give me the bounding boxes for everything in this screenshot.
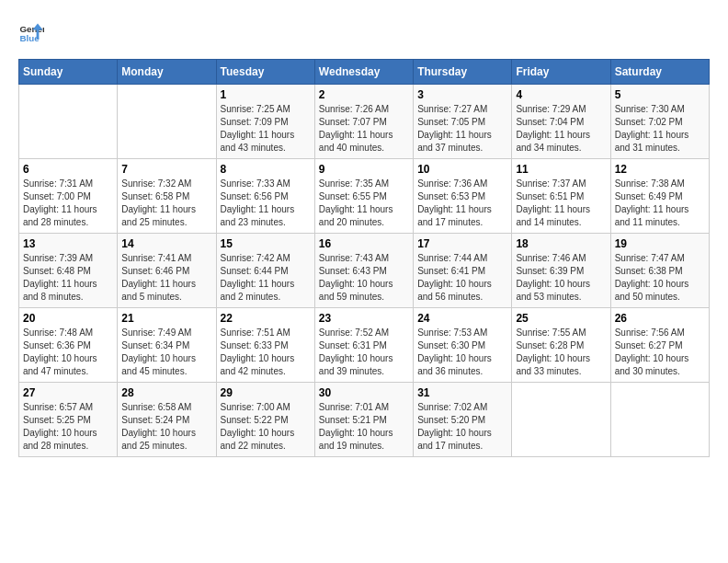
day-number: 30 (319, 386, 409, 399)
calendar-cell: 12Sunrise: 7:38 AM Sunset: 6:49 PM Dayli… (610, 159, 709, 234)
calendar-cell: 1Sunrise: 7:25 AM Sunset: 7:09 PM Daylig… (216, 85, 314, 159)
weekday-header-sunday: Sunday (19, 60, 118, 85)
day-info: Sunrise: 7:25 AM Sunset: 7:09 PM Dayligh… (221, 103, 311, 155)
calendar-cell: 23Sunrise: 7:52 AM Sunset: 6:31 PM Dayli… (314, 308, 413, 383)
calendar-cell: 22Sunrise: 7:51 AM Sunset: 6:33 PM Dayli… (216, 308, 314, 383)
day-number: 28 (121, 386, 211, 399)
day-info: Sunrise: 7:38 AM Sunset: 6:49 PM Dayligh… (615, 178, 705, 229)
day-info: Sunrise: 7:39 AM Sunset: 6:48 PM Dayligh… (23, 252, 113, 304)
calendar-cell: 28Sunrise: 6:58 AM Sunset: 5:24 PM Dayli… (118, 383, 216, 457)
day-number: 31 (417, 386, 507, 399)
day-info: Sunrise: 6:57 AM Sunset: 5:25 PM Dayligh… (23, 401, 113, 453)
calendar-cell: 26Sunrise: 7:56 AM Sunset: 6:27 PM Dayli… (610, 308, 709, 383)
day-info: Sunrise: 7:36 AM Sunset: 6:53 PM Dayligh… (417, 178, 507, 229)
calendar-cell: 13Sunrise: 7:39 AM Sunset: 6:48 PM Dayli… (19, 234, 118, 308)
day-number: 2 (319, 88, 409, 101)
calendar-cell: 27Sunrise: 6:57 AM Sunset: 5:25 PM Dayli… (19, 383, 118, 457)
day-info: Sunrise: 7:41 AM Sunset: 6:46 PM Dayligh… (121, 252, 211, 304)
calendar-cell (610, 383, 709, 457)
day-number: 21 (121, 312, 211, 325)
calendar-cell: 15Sunrise: 7:42 AM Sunset: 6:44 PM Dayli… (216, 234, 314, 308)
weekday-header-saturday: Saturday (610, 60, 709, 85)
calendar-cell: 29Sunrise: 7:00 AM Sunset: 5:22 PM Dayli… (216, 383, 314, 457)
day-info: Sunrise: 7:51 AM Sunset: 6:33 PM Dayligh… (221, 327, 311, 378)
day-info: Sunrise: 7:47 AM Sunset: 6:38 PM Dayligh… (615, 252, 705, 304)
day-number: 20 (23, 312, 113, 325)
day-info: Sunrise: 7:01 AM Sunset: 5:21 PM Dayligh… (319, 401, 409, 453)
day-number: 3 (417, 88, 507, 101)
day-number: 7 (121, 163, 211, 176)
day-number: 25 (516, 312, 606, 325)
weekday-header-tuesday: Tuesday (216, 60, 314, 85)
calendar-cell: 3Sunrise: 7:27 AM Sunset: 7:05 PM Daylig… (414, 85, 512, 159)
day-info: Sunrise: 7:35 AM Sunset: 6:55 PM Dayligh… (319, 178, 409, 229)
calendar-cell: 18Sunrise: 7:46 AM Sunset: 6:39 PM Dayli… (512, 234, 610, 308)
day-info: Sunrise: 7:33 AM Sunset: 6:56 PM Dayligh… (221, 178, 311, 229)
day-number: 17 (417, 237, 507, 250)
day-number: 11 (516, 163, 606, 176)
weekday-header-thursday: Thursday (414, 60, 512, 85)
calendar-cell: 30Sunrise: 7:01 AM Sunset: 5:21 PM Dayli… (314, 383, 413, 457)
week-row-4: 27Sunrise: 6:57 AM Sunset: 5:25 PM Dayli… (19, 383, 710, 457)
calendar-cell: 2Sunrise: 7:26 AM Sunset: 7:07 PM Daylig… (314, 85, 413, 159)
logo-icon: General Blue (18, 18, 44, 44)
weekday-header-friday: Friday (512, 60, 610, 85)
day-info: Sunrise: 7:02 AM Sunset: 5:20 PM Dayligh… (417, 401, 507, 453)
day-number: 6 (23, 163, 113, 176)
day-info: Sunrise: 7:29 AM Sunset: 7:04 PM Dayligh… (516, 103, 606, 155)
day-number: 22 (221, 312, 311, 325)
day-number: 16 (319, 237, 409, 250)
day-info: Sunrise: 7:42 AM Sunset: 6:44 PM Dayligh… (221, 252, 311, 304)
day-number: 26 (615, 312, 705, 325)
calendar-cell: 24Sunrise: 7:53 AM Sunset: 6:30 PM Dayli… (414, 308, 512, 383)
day-info: Sunrise: 7:49 AM Sunset: 6:34 PM Dayligh… (121, 327, 211, 378)
weekday-header-row: SundayMondayTuesdayWednesdayThursdayFrid… (19, 60, 710, 85)
calendar-cell: 16Sunrise: 7:43 AM Sunset: 6:43 PM Dayli… (314, 234, 413, 308)
day-number: 18 (516, 237, 606, 250)
calendar-cell: 20Sunrise: 7:48 AM Sunset: 6:36 PM Dayli… (19, 308, 118, 383)
calendar-cell: 21Sunrise: 7:49 AM Sunset: 6:34 PM Dayli… (118, 308, 216, 383)
day-info: Sunrise: 7:31 AM Sunset: 7:00 PM Dayligh… (23, 178, 113, 229)
day-number: 13 (23, 237, 113, 250)
day-info: Sunrise: 7:55 AM Sunset: 6:28 PM Dayligh… (516, 327, 606, 378)
calendar-cell (19, 85, 118, 159)
calendar-cell: 25Sunrise: 7:55 AM Sunset: 6:28 PM Dayli… (512, 308, 610, 383)
day-number: 5 (615, 88, 705, 101)
calendar-cell: 4Sunrise: 7:29 AM Sunset: 7:04 PM Daylig… (512, 85, 610, 159)
calendar-cell: 5Sunrise: 7:30 AM Sunset: 7:02 PM Daylig… (610, 85, 709, 159)
day-number: 15 (221, 237, 311, 250)
day-info: Sunrise: 7:48 AM Sunset: 6:36 PM Dayligh… (23, 327, 113, 378)
logo: General Blue (18, 18, 48, 44)
weekday-header-wednesday: Wednesday (314, 60, 413, 85)
calendar-cell: 8Sunrise: 7:33 AM Sunset: 6:56 PM Daylig… (216, 159, 314, 234)
day-info: Sunrise: 7:44 AM Sunset: 6:41 PM Dayligh… (417, 252, 507, 304)
calendar-cell: 9Sunrise: 7:35 AM Sunset: 6:55 PM Daylig… (314, 159, 413, 234)
day-info: Sunrise: 7:53 AM Sunset: 6:30 PM Dayligh… (417, 327, 507, 378)
weekday-header-monday: Monday (118, 60, 216, 85)
calendar-cell: 10Sunrise: 7:36 AM Sunset: 6:53 PM Dayli… (414, 159, 512, 234)
day-info: Sunrise: 7:32 AM Sunset: 6:58 PM Dayligh… (121, 178, 211, 229)
day-number: 27 (23, 386, 113, 399)
day-number: 9 (319, 163, 409, 176)
week-row-3: 20Sunrise: 7:48 AM Sunset: 6:36 PM Dayli… (19, 308, 710, 383)
calendar-cell: 7Sunrise: 7:32 AM Sunset: 6:58 PM Daylig… (118, 159, 216, 234)
day-number: 8 (221, 163, 311, 176)
day-number: 19 (615, 237, 705, 250)
calendar-cell: 6Sunrise: 7:31 AM Sunset: 7:00 PM Daylig… (19, 159, 118, 234)
day-info: Sunrise: 7:37 AM Sunset: 6:51 PM Dayligh… (516, 178, 606, 229)
day-info: Sunrise: 7:46 AM Sunset: 6:39 PM Dayligh… (516, 252, 606, 304)
day-number: 23 (319, 312, 409, 325)
day-number: 1 (221, 88, 311, 101)
day-number: 24 (417, 312, 507, 325)
calendar-cell: 31Sunrise: 7:02 AM Sunset: 5:20 PM Dayli… (414, 383, 512, 457)
week-row-2: 13Sunrise: 7:39 AM Sunset: 6:48 PM Dayli… (19, 234, 710, 308)
day-number: 14 (121, 237, 211, 250)
week-row-1: 6Sunrise: 7:31 AM Sunset: 7:00 PM Daylig… (19, 159, 710, 234)
calendar-cell: 14Sunrise: 7:41 AM Sunset: 6:46 PM Dayli… (118, 234, 216, 308)
calendar-cell: 11Sunrise: 7:37 AM Sunset: 6:51 PM Dayli… (512, 159, 610, 234)
day-number: 10 (417, 163, 507, 176)
day-info: Sunrise: 7:30 AM Sunset: 7:02 PM Dayligh… (615, 103, 705, 155)
day-info: Sunrise: 7:27 AM Sunset: 7:05 PM Dayligh… (417, 103, 507, 155)
day-info: Sunrise: 7:43 AM Sunset: 6:43 PM Dayligh… (319, 252, 409, 304)
calendar-cell (512, 383, 610, 457)
